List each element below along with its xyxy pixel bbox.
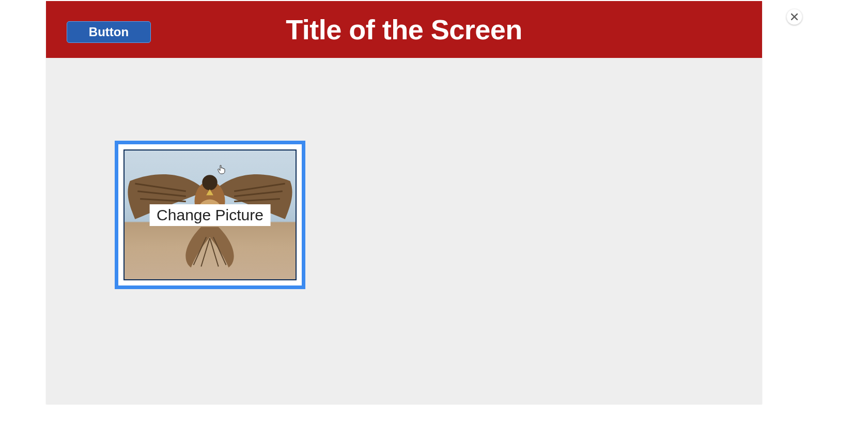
- screen-panel: Button Title of the Screen: [46, 1, 762, 404]
- svg-point-8: [202, 175, 218, 190]
- close-icon: [791, 13, 798, 20]
- header-button[interactable]: Button: [67, 21, 151, 43]
- header-bar: Button Title of the Screen: [46, 1, 762, 58]
- viewport: Button Title of the Screen: [0, 0, 868, 436]
- image-picker[interactable]: Change Picture: [115, 141, 305, 289]
- screen-title: Title of the Screen: [286, 13, 522, 46]
- content-area: Change Picture: [46, 58, 762, 404]
- change-picture-label: Change Picture: [149, 204, 271, 226]
- close-button[interactable]: [786, 9, 802, 25]
- image-preview: Change Picture: [123, 149, 297, 280]
